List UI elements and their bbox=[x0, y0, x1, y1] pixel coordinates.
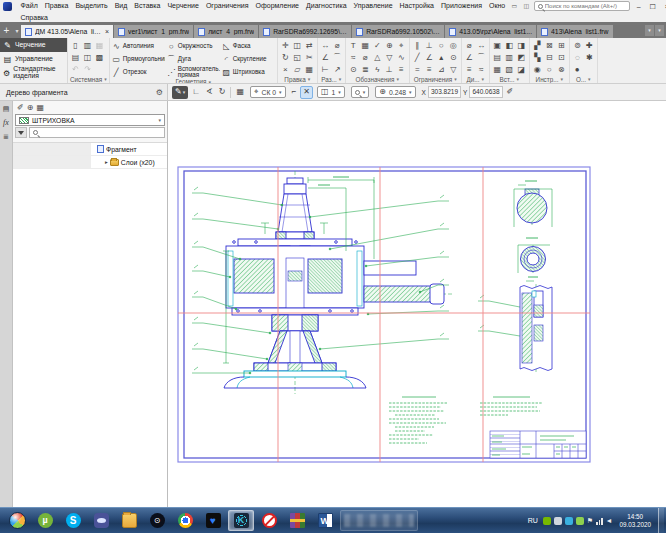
tab-scroll-button[interactable]: ▾ bbox=[645, 25, 654, 36]
open-document-icon[interactable]: ▥ bbox=[82, 40, 93, 51]
snap-perpendicular-button[interactable]: ∟ bbox=[190, 86, 202, 99]
save-as-icon[interactable]: ▩ bbox=[94, 52, 105, 63]
grid-tool-icon[interactable]: ⊞ bbox=[556, 40, 567, 51]
insert-table-icon[interactable]: ▦ bbox=[492, 64, 503, 75]
center-mark-icon[interactable]: ⌖ bbox=[396, 40, 407, 51]
perpendicular-sign-icon[interactable]: ⊥ bbox=[384, 64, 395, 75]
mirror-icon[interactable]: ⇄ bbox=[304, 40, 315, 51]
minimize-button[interactable]: – bbox=[632, 1, 646, 12]
messenger-tray-icon[interactable] bbox=[565, 517, 573, 525]
variables-icon[interactable]: fx bbox=[1, 117, 12, 128]
wavy-line-icon[interactable]: ≈ bbox=[348, 52, 359, 63]
ribbon-tool[interactable]: ∿Автолиния bbox=[112, 40, 165, 52]
ghost-tool-icon[interactable]: ◌ bbox=[572, 52, 583, 63]
coordinate-system-combo[interactable]: ⌖СК 0▾ bbox=[250, 86, 286, 98]
menu-item[interactable]: Черчение bbox=[164, 0, 203, 12]
measure-area-icon[interactable]: ≡ bbox=[464, 64, 475, 75]
ribbon-group-label[interactable]: Раз...▾ bbox=[320, 75, 343, 83]
equal-constraint-icon[interactable]: = bbox=[412, 64, 423, 75]
menu-item[interactable]: Ограничения bbox=[202, 0, 252, 12]
network-tray-icon[interactable] bbox=[596, 517, 603, 525]
grid-toggle-button[interactable]: ▦ bbox=[234, 86, 246, 99]
angle-constraint-icon[interactable]: ∠ bbox=[424, 52, 435, 63]
utorrent-taskbar-button[interactable]: µ bbox=[32, 510, 58, 531]
maximize-button[interactable]: ☐ bbox=[646, 1, 660, 12]
scale-icon[interactable]: ◱ bbox=[292, 52, 303, 63]
tab-scroll-button[interactable]: ▾ bbox=[655, 25, 664, 36]
break-line-icon[interactable]: ∿ bbox=[396, 52, 407, 63]
ribbon-tool[interactable]: ◺Фаска bbox=[222, 40, 275, 52]
snap-rotate-button[interactable]: ↻ bbox=[217, 86, 228, 99]
measure-arc-icon[interactable]: ⌒ bbox=[476, 52, 487, 63]
ribbon-group-label[interactable]: Геометрия▾ bbox=[112, 78, 275, 83]
word-taskbar-button[interactable]: W bbox=[312, 510, 338, 531]
flag-tray-icon[interactable]: ⚑ bbox=[587, 517, 593, 525]
tree-search-field[interactable] bbox=[29, 127, 165, 138]
ribbon-group-label[interactable]: Ди...▾ bbox=[464, 75, 487, 83]
winrar-taskbar-button[interactable] bbox=[284, 510, 310, 531]
convert-tool-icon[interactable]: ▚ bbox=[532, 52, 543, 63]
app-tray-icon[interactable] bbox=[554, 517, 562, 525]
trim-icon[interactable]: ✂ bbox=[304, 52, 315, 63]
datum-icon[interactable]: ⊕ bbox=[384, 40, 395, 51]
blur-taskbar-button[interactable] bbox=[340, 510, 418, 531]
undo-icon[interactable]: ↶ bbox=[70, 64, 81, 75]
ribbon-group-label[interactable]: О...▾ bbox=[572, 75, 595, 83]
ribbon-group-label[interactable]: Вст...▾ bbox=[492, 75, 527, 83]
skype-taskbar-button[interactable]: S bbox=[60, 510, 86, 531]
radial-dimension-icon[interactable]: ⌒ bbox=[332, 52, 343, 63]
linear-dimension-icon[interactable]: ↔ bbox=[320, 40, 331, 51]
new-document-icon[interactable]: ▯ bbox=[70, 40, 81, 51]
align-constraint-icon[interactable]: ≡ bbox=[424, 64, 435, 75]
search-input[interactable] bbox=[545, 3, 626, 9]
menu-item[interactable]: Файл bbox=[17, 0, 41, 12]
insert-fragment-icon[interactable]: ▣ bbox=[492, 40, 503, 51]
measure-angle-icon[interactable]: ∠ bbox=[464, 52, 475, 63]
diameter-dimension-icon[interactable]: ⌀ bbox=[332, 40, 343, 51]
ribbon-mode[interactable]: ⚙Стандартные изделия bbox=[0, 66, 67, 80]
options-tool-icon[interactable]: ✱ bbox=[584, 52, 595, 63]
parallel-constraint-icon[interactable]: ∥ bbox=[412, 40, 423, 51]
volume-tray-icon[interactable]: ◄ bbox=[606, 517, 613, 525]
security-tray-icon[interactable] bbox=[576, 517, 584, 525]
zoom-value-combo[interactable]: ⊕0.248▾ bbox=[375, 86, 415, 98]
zoom-area-combo[interactable]: ▾ bbox=[351, 86, 370, 98]
menu-item[interactable]: Приложения bbox=[438, 0, 486, 12]
print-icon[interactable]: ▤ bbox=[70, 52, 81, 63]
collinear-constraint-icon[interactable]: ╱ bbox=[412, 52, 423, 63]
tree-search-input[interactable] bbox=[38, 130, 161, 136]
menu-item[interactable]: Выделить bbox=[72, 0, 111, 12]
language-indicator[interactable]: RU bbox=[526, 517, 540, 524]
ribbon-group-label[interactable]: Обозначения▾ bbox=[348, 75, 407, 83]
menu-item[interactable]: Оформление bbox=[252, 0, 302, 12]
auto-dimension-icon[interactable]: ⊢ bbox=[320, 64, 331, 75]
document-tab[interactable]: ver1\лист_1_pm.frw bbox=[114, 25, 193, 38]
document-tab[interactable]: ДМ 413.05\Alena_list..× bbox=[21, 25, 113, 38]
ribbon-group-label[interactable]: Системная▾ bbox=[70, 75, 107, 83]
horizontal-constraint-icon[interactable]: ⊿ bbox=[436, 64, 447, 75]
insert-hatch-icon[interactable]: ▧ bbox=[504, 64, 515, 75]
current-style-button[interactable]: ✎▾ bbox=[172, 86, 188, 99]
equality-sign-icon[interactable]: ≡ bbox=[396, 64, 407, 75]
snap-angle-button[interactable]: ∢ bbox=[204, 86, 215, 99]
screen-layout-icon[interactable]: ◫ bbox=[521, 1, 532, 11]
heart-taskbar-button[interactable]: ♥ bbox=[200, 510, 226, 531]
menu-item[interactable]: Управление bbox=[350, 0, 396, 12]
gear-icon[interactable]: ⚙ bbox=[156, 88, 163, 97]
blocked-taskbar-button[interactable] bbox=[256, 510, 282, 531]
current-style-combo[interactable]: ШТРИХОВКА ▾ bbox=[15, 114, 165, 126]
expand-caret-icon[interactable]: ▸ bbox=[105, 159, 108, 165]
document-tab[interactable]: RarSDRa6992.10502\4... bbox=[352, 25, 444, 38]
document-tab[interactable]: лист_4_pm.frw bbox=[194, 25, 258, 38]
kompas-taskbar-button[interactable]: K bbox=[228, 510, 254, 531]
print-preview-icon[interactable]: ◫ bbox=[82, 52, 93, 63]
document-tab[interactable]: 413.05\rpz\Alena_list1... bbox=[445, 25, 536, 38]
measure-distance-icon[interactable]: ↔ bbox=[476, 40, 487, 51]
taskbar-clock[interactable]: 14:50 09.03.2020 bbox=[615, 513, 655, 529]
close-button[interactable]: × bbox=[660, 1, 666, 12]
text-icon[interactable]: T bbox=[348, 40, 359, 51]
insert-region-icon[interactable]: ◪ bbox=[516, 64, 527, 75]
perpendicular-constraint-icon[interactable]: ⊥ bbox=[424, 40, 435, 51]
new-document-button[interactable]: + bbox=[0, 24, 13, 38]
insert-picture-icon[interactable]: ▤ bbox=[492, 52, 503, 63]
